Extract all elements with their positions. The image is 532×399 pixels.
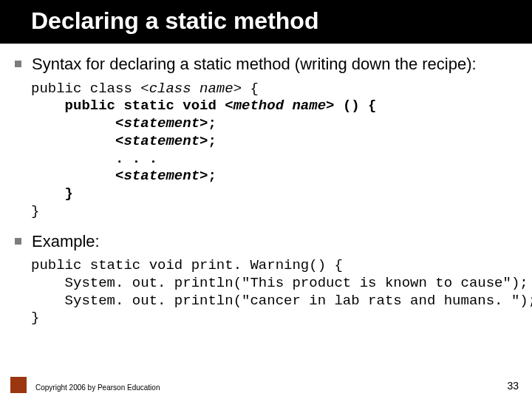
example-code: public static void print. Warning() { Sy… — [31, 257, 517, 327]
slide-body: Syntax for declaring a static method (wr… — [0, 44, 532, 327]
logo-icon — [10, 377, 27, 393]
slide-title: Declaring a static method — [0, 0, 532, 44]
syntax-code: public class <class name> { public stati… — [31, 81, 517, 221]
page-number: 33 — [507, 380, 519, 392]
bullet-icon — [15, 61, 21, 67]
bullet-text: Syntax for declaring a static method (wr… — [32, 54, 477, 75]
footer: Copyright 2006 by Pearson Education 33 — [0, 375, 532, 392]
bullet-item: Syntax for declaring a static method (wr… — [15, 54, 517, 75]
copyright-text: Copyright 2006 by Pearson Education — [35, 383, 507, 392]
bullet-text: Example: — [32, 231, 100, 252]
bullet-item: Example: — [15, 231, 517, 252]
bullet-icon — [15, 238, 21, 245]
